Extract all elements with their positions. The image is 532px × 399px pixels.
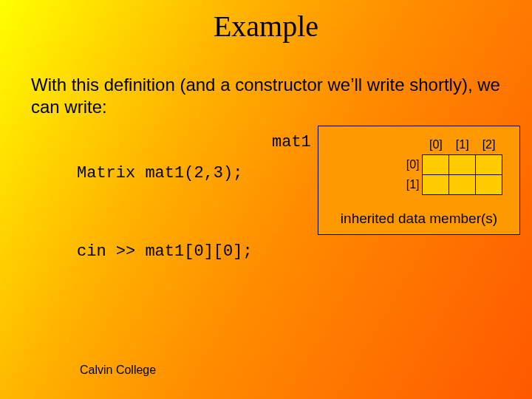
- matrix-cell: [423, 154, 449, 174]
- row-header: [1]: [398, 174, 423, 194]
- matrix-variable-label: mat1: [272, 133, 311, 151]
- matrix-cell: [476, 174, 502, 194]
- col-header: [1]: [449, 135, 476, 154]
- code-line-2: cin >> mat1[0][0];: [77, 244, 253, 260]
- matrix-cell: [449, 174, 476, 194]
- body-text: With this definition (and a constructor …: [31, 74, 501, 118]
- matrix-cell: [476, 154, 502, 174]
- code-line-1: Matrix mat1(2,3);: [77, 166, 253, 182]
- col-header: [0]: [423, 135, 449, 154]
- matrix-diagram: [0] [1] [2] [0] [1]: [398, 135, 502, 195]
- slide: Example With this definition (and a cons…: [0, 0, 532, 399]
- col-header: [2]: [476, 135, 502, 154]
- footer-text: Calvin College: [80, 364, 156, 377]
- slide-title: Example: [0, 9, 532, 44]
- row-header: [0]: [398, 154, 423, 174]
- object-box: [0] [1] [2] [0] [1] inherited da: [318, 126, 520, 235]
- inherited-caption: inherited data member(s): [318, 211, 519, 227]
- code-block: Matrix mat1(2,3); cin >> mat1[0][0];: [77, 133, 253, 293]
- matrix-cell: [449, 154, 476, 174]
- matrix-cell: [423, 174, 449, 194]
